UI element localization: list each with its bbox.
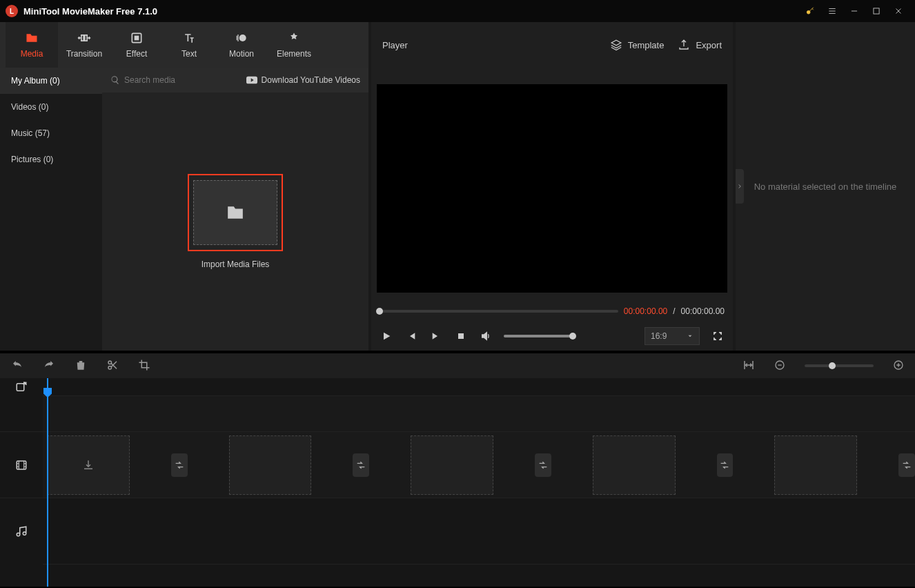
prev-frame-button[interactable]	[404, 329, 418, 343]
split-button[interactable]	[106, 359, 119, 373]
template-button[interactable]: Template	[610, 39, 665, 51]
hamburger-menu-button[interactable]	[821, 0, 843, 22]
properties-panel: No material selected on the timeline	[736, 22, 915, 351]
close-button[interactable]	[887, 0, 909, 22]
time-current: 00:00:00.00	[624, 306, 667, 316]
sidebar-item-pictures[interactable]: Pictures (0)	[0, 146, 102, 173]
panel-expand-handle[interactable]	[736, 169, 744, 204]
tab-media-label: Media	[21, 49, 43, 59]
transition-slot[interactable]	[535, 453, 551, 477]
transition-slot[interactable]	[898, 453, 915, 477]
timeline-fit-button[interactable]	[742, 359, 755, 373]
zoom-in-button[interactable]	[893, 360, 904, 373]
media-sidebar: My Album (0) Videos (0) Music (57) Pictu…	[0, 68, 102, 351]
properties-empty-label: No material selected on the timeline	[754, 182, 897, 192]
tab-text[interactable]: Text	[163, 22, 215, 68]
transition-slot[interactable]	[717, 453, 734, 477]
import-media-label: Import Media Files	[201, 259, 270, 269]
transition-slot[interactable]	[171, 453, 188, 477]
folder-icon	[226, 205, 244, 220]
chevron-down-icon	[687, 333, 693, 340]
tab-effect[interactable]: Effect	[110, 22, 163, 68]
overlay-track[interactable]	[43, 396, 915, 432]
tab-elements-label: Elements	[277, 49, 311, 59]
empty-clip-slot[interactable]	[411, 435, 493, 495]
aspect-ratio-select[interactable]: 16:9	[645, 327, 700, 345]
delete-button[interactable]	[75, 359, 87, 373]
empty-clip-slot[interactable]	[774, 435, 857, 495]
tab-motion-label: Motion	[229, 49, 254, 59]
timeline	[0, 378, 915, 587]
maximize-button[interactable]	[865, 0, 887, 22]
svg-rect-9	[17, 384, 24, 391]
minimize-button[interactable]	[843, 0, 865, 22]
video-track-head[interactable]	[0, 432, 43, 498]
empty-clip-slot[interactable]	[229, 435, 312, 495]
search-input[interactable]	[124, 75, 207, 85]
zoom-slider[interactable]	[805, 364, 874, 367]
tab-media[interactable]: Media	[6, 22, 58, 68]
add-track-button[interactable]	[0, 378, 43, 396]
tab-motion[interactable]: Motion	[215, 22, 268, 68]
volume-slider[interactable]	[504, 335, 573, 337]
audio-track-head[interactable]	[0, 498, 43, 565]
tab-transition-label: Transition	[66, 49, 102, 59]
audio-track[interactable]	[43, 498, 915, 565]
fullscreen-button[interactable]	[711, 329, 725, 343]
titlebar: L MiniTool MovieMaker Free 7.1.0	[0, 0, 915, 22]
video-track[interactable]	[43, 432, 915, 498]
youtube-icon	[246, 76, 257, 84]
undo-button[interactable]	[11, 359, 23, 373]
top-tabs: Media Transition Effect Text Motion Elem…	[0, 22, 368, 68]
playhead[interactable]	[47, 378, 48, 587]
empty-clip-slot[interactable]	[47, 435, 130, 495]
tab-transition[interactable]: Transition	[58, 22, 110, 68]
app-logo-icon: L	[6, 5, 18, 17]
upgrade-key-button[interactable]	[799, 0, 821, 22]
download-youtube-button[interactable]: Download YouTube Videos	[246, 75, 360, 85]
tab-text-label: Text	[181, 49, 197, 59]
sidebar-item-videos[interactable]: Videos (0)	[0, 94, 102, 120]
player-viewport	[377, 84, 727, 293]
tab-effect-label: Effect	[126, 49, 147, 59]
svg-point-4	[239, 35, 246, 41]
stop-button[interactable]	[454, 329, 468, 343]
crop-button[interactable]	[138, 359, 150, 373]
svg-rect-6	[458, 333, 464, 339]
play-button[interactable]	[380, 329, 393, 343]
app-title: MiniTool MovieMaker Free 7.1.0	[23, 6, 799, 17]
template-icon	[610, 39, 622, 51]
player-label: Player	[382, 40, 596, 50]
svg-rect-3	[135, 36, 139, 41]
svg-point-0	[807, 10, 810, 14]
playback-progress[interactable]	[380, 310, 618, 313]
sidebar-item-music[interactable]: Music (57)	[0, 120, 102, 146]
svg-rect-10	[17, 461, 26, 469]
volume-button[interactable]	[479, 329, 493, 343]
timeline-toolbar	[0, 353, 915, 378]
redo-button[interactable]	[43, 359, 55, 373]
time-total: 00:00:00.00	[681, 306, 725, 316]
search-icon	[110, 75, 120, 85]
export-button[interactable]: Export	[678, 39, 722, 51]
sidebar-item-myalbum[interactable]: My Album (0)	[0, 68, 102, 94]
svg-rect-1	[874, 8, 879, 14]
zoom-out-button[interactable]	[774, 360, 785, 373]
time-ruler[interactable]	[43, 378, 915, 396]
import-media-button[interactable]	[188, 174, 283, 251]
next-frame-button[interactable]	[429, 329, 443, 343]
tab-elements[interactable]: Elements	[268, 22, 320, 68]
export-icon	[678, 39, 690, 51]
transition-slot[interactable]	[353, 453, 369, 477]
empty-clip-slot[interactable]	[593, 435, 676, 495]
